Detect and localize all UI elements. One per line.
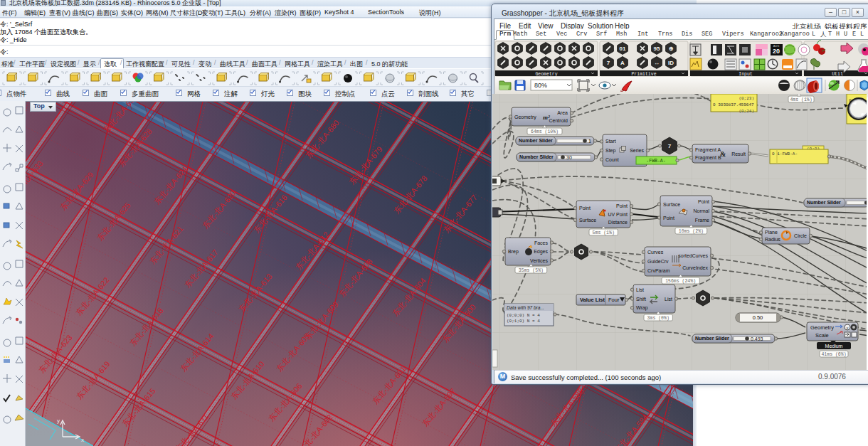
svg-text:Normal: Normal xyxy=(693,208,709,213)
svg-text:GuideCrv: GuideCrv xyxy=(647,259,669,264)
svg-text:Surface: Surface xyxy=(579,218,596,223)
svg-text:Point: Point xyxy=(616,203,628,208)
svg-text:Point: Point xyxy=(663,216,674,221)
svg-text:Scale: Scale xyxy=(815,332,829,339)
svg-text:0 1-FWB-A-: 0 1-FWB-A- xyxy=(772,152,798,156)
svg-text:Medium: Medium xyxy=(825,344,843,349)
svg-text:Number Slider: Number Slider xyxy=(519,154,554,159)
svg-text:-FWB-A-: -FWB-A- xyxy=(646,159,665,164)
svg-text:Circle: Circle xyxy=(794,233,807,238)
svg-text:Fragment A: Fragment A xyxy=(695,147,721,153)
svg-text:Vertices: Vertices xyxy=(530,258,548,263)
svg-text:Result: Result xyxy=(731,152,746,156)
svg-text:Data with 97 bra...: Data with 97 bra... xyxy=(507,305,544,310)
svg-text:4ms (1%): 4ms (1%) xyxy=(790,97,812,102)
svg-text:Point: Point xyxy=(579,206,591,211)
svg-text:Wrap: Wrap xyxy=(636,305,648,311)
svg-text:(0;24): (0;24) xyxy=(739,109,754,114)
svg-text:1: 1 xyxy=(588,139,591,144)
svg-text:Util: Util xyxy=(832,72,843,77)
svg-text:80%: 80% xyxy=(534,82,547,89)
svg-text:3ms (0%): 3ms (0%) xyxy=(647,316,669,321)
svg-text:Point: Point xyxy=(698,199,709,204)
svg-text:List: List xyxy=(636,287,644,292)
svg-text:A: A xyxy=(620,60,625,66)
svg-text:0 3030837.459647: 0 3030837.459647 xyxy=(713,102,754,107)
svg-text:Geometry: Geometry xyxy=(535,72,557,77)
svg-text:Step: Step xyxy=(605,148,616,154)
svg-text:Faces: Faces xyxy=(534,240,549,245)
svg-text:⊕: ⊕ xyxy=(669,46,674,52)
svg-text:Count: Count xyxy=(605,157,619,162)
svg-text:20: 20 xyxy=(773,48,780,55)
svg-text:Number Slider: Number Slider xyxy=(695,336,729,341)
svg-text:Surface: Surface xyxy=(663,202,680,207)
svg-text:30: 30 xyxy=(566,155,572,160)
svg-text:Series: Series xyxy=(630,148,644,153)
svg-text:AUG: AUG xyxy=(773,44,780,48)
svg-text:Brep: Brep xyxy=(508,249,519,255)
svg-text:156ms (24%): 156ms (24%) xyxy=(665,279,696,284)
svg-text:Frame: Frame xyxy=(695,218,709,223)
svg-text:↔: ↔ xyxy=(654,60,660,66)
svg-text:0.50: 0.50 xyxy=(753,314,763,321)
svg-text:Number Slider: Number Slider xyxy=(519,138,553,143)
svg-text:7: 7 xyxy=(668,143,672,149)
svg-text:List: List xyxy=(665,297,672,302)
svg-text:Curves: Curves xyxy=(647,250,664,255)
svg-text:Fragment B: Fragment B xyxy=(695,155,721,161)
svg-text:x: x xyxy=(847,326,849,330)
svg-text:Edges: Edges xyxy=(534,249,548,255)
svg-text:5ms (1%): 5ms (1%) xyxy=(593,230,615,235)
svg-text:01: 01 xyxy=(620,46,626,52)
svg-text:10ms (2%): 10ms (2%) xyxy=(679,229,704,234)
svg-text:UV Point: UV Point xyxy=(608,212,628,217)
svg-text:Shift: Shift xyxy=(636,297,646,302)
svg-text:Area: Area xyxy=(557,110,568,115)
svg-text:Primitive: Primitive xyxy=(631,72,656,77)
svg-text:CurveIndex: CurveIndex xyxy=(682,265,708,270)
svg-text:x: x xyxy=(81,437,84,443)
svg-text:sortedCurves: sortedCurves xyxy=(678,253,708,258)
svg-text:Distance: Distance xyxy=(608,220,628,225)
svg-text:ID: ID xyxy=(668,60,674,66)
svg-text:(0;0;0) N = 4: (0;0;0) N = 4 xyxy=(507,313,540,318)
svg-text:Four: Four xyxy=(608,297,620,303)
svg-text:Value List: Value List xyxy=(580,297,605,303)
svg-text:Geometry: Geometry xyxy=(514,115,536,120)
svg-text:Plane: Plane xyxy=(765,230,778,235)
svg-text:7: 7 xyxy=(607,60,610,66)
svg-text:Number Slider: Number Slider xyxy=(807,200,841,205)
svg-text:Centroid: Centroid xyxy=(549,118,568,123)
svg-text:64ms (10%): 64ms (10%) xyxy=(531,129,559,134)
svg-text:CrvParam: CrvParam xyxy=(647,268,670,273)
svg-text:Start: Start xyxy=(605,139,616,144)
svg-text:Geometry: Geometry xyxy=(810,324,834,331)
svg-text:0.493: 0.493 xyxy=(751,336,763,341)
svg-text:(0;1;0) N = 4: (0;1;0) N = 4 xyxy=(507,319,540,324)
svg-text:41ms (6%): 41ms (6%) xyxy=(821,352,846,357)
svg-text:Input: Input xyxy=(739,72,753,77)
svg-text:95: 95 xyxy=(654,46,660,52)
svg-text:Radius: Radius xyxy=(765,237,780,242)
svg-text:y: y xyxy=(57,418,60,424)
svg-text:35ms (5%): 35ms (5%) xyxy=(519,268,544,273)
svg-text:(0;23): (0;23) xyxy=(739,96,754,101)
